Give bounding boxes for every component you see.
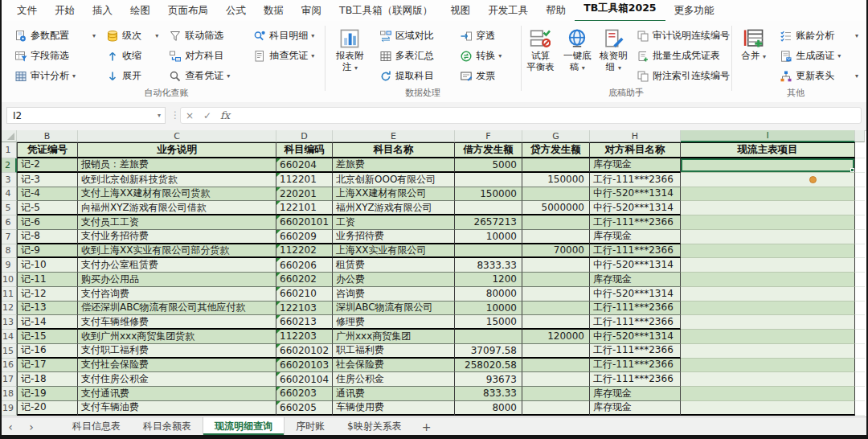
ribbon-button-生成函证[interactable]: 生成函证▾ — [778, 46, 860, 66]
cell-G6[interactable] — [522, 215, 590, 230]
cell-G2[interactable] — [522, 158, 590, 173]
menu-tab-7[interactable]: 数据 — [255, 0, 293, 21]
add-sheet-button[interactable]: + — [413, 417, 440, 436]
column-title-D[interactable]: 科目编码 — [276, 142, 333, 158]
cell-H12[interactable]: 工行-111***2366 — [590, 302, 681, 316]
row-header-4[interactable]: 4 — [0, 187, 17, 202]
cell-I15[interactable] — [681, 344, 855, 359]
cell-B7[interactable]: 记-8 — [17, 230, 78, 244]
ribbon-button-多表汇总[interactable]: 多表汇总 — [378, 46, 452, 66]
col-header-C[interactable]: C — [78, 130, 276, 142]
cell-F9[interactable]: 8333.33 — [455, 258, 522, 273]
cell-C17[interactable]: 支付住房公积金 — [78, 372, 276, 387]
cell-D7[interactable]: 660209 — [276, 230, 333, 244]
menu-tab-10[interactable]: 视图 — [441, 0, 479, 21]
cell-F16[interactable]: 258020.58 — [455, 359, 522, 373]
cell-E6[interactable]: 工资 — [333, 215, 455, 230]
cell-C7[interactable]: 支付业务招待费 — [78, 230, 276, 244]
row-header-17[interactable]: 17 — [0, 372, 17, 387]
menu-tab-14[interactable]: 更多功能 — [665, 0, 723, 21]
cell-B13[interactable]: 记-14 — [17, 315, 78, 330]
cell-I13[interactable] — [681, 315, 855, 330]
col-header-H[interactable]: H — [590, 130, 681, 142]
cell-G4[interactable] — [522, 187, 590, 202]
cell-D13[interactable]: 660213 — [276, 315, 333, 330]
sheet-tab-现流明细查询[interactable]: 现流明细查询 — [203, 417, 285, 436]
cell-I14[interactable] — [681, 330, 855, 344]
cell-B12[interactable]: 记-13 — [17, 302, 78, 316]
cell-D9[interactable]: 660206 — [276, 258, 333, 273]
row-header-3[interactable]: 3 — [0, 173, 17, 187]
cell-C19[interactable]: 支付车辆油费 — [78, 401, 276, 416]
cell-D8[interactable]: 112202 — [276, 244, 333, 259]
cancel-icon[interactable]: × — [181, 110, 199, 121]
row-header-7[interactable]: 7 — [0, 230, 17, 244]
menu-tab-6[interactable]: 公式 — [217, 0, 255, 21]
cell-I2[interactable]: ▾ — [681, 158, 855, 173]
sheet-tab-序时账[interactable]: 序时账 — [285, 417, 336, 436]
cell-B16[interactable]: 记-17 — [17, 359, 78, 373]
cell-G13[interactable] — [522, 315, 590, 330]
cell-E16[interactable]: 社会保险费 — [333, 359, 455, 373]
cell-E14[interactable]: 广州xxx商贸集团 — [333, 330, 455, 344]
row-header-12[interactable]: 12 — [0, 302, 17, 316]
sheet-tab-科目余额表[interactable]: 科目余额表 — [132, 417, 203, 436]
ribbon-button-抽查凭证[interactable]: 抽查凭证▾ — [252, 46, 325, 66]
cell-B6[interactable]: 记-6 — [17, 215, 78, 230]
cell-H13[interactable]: 工行-111***2366 — [590, 315, 681, 330]
cell-I17[interactable] — [681, 372, 855, 387]
cell-C6[interactable]: 支付员工工资 — [78, 215, 276, 230]
cell-I16[interactable] — [681, 359, 855, 373]
ribbon-button-收缩[interactable]: 收缩 — [104, 46, 160, 66]
cell-E5[interactable]: 福州XYZ游戏有限公司 — [333, 201, 455, 215]
row-header-1[interactable]: 1 — [0, 142, 17, 158]
cell-C12[interactable]: 偿还深圳ABC物流有限公司其他应付款 — [78, 302, 276, 316]
cell-I19[interactable] — [681, 401, 855, 416]
row-header-5[interactable]: 5 — [0, 201, 17, 215]
ribbon-button-展开[interactable]: 展开 — [104, 66, 160, 86]
cell-D10[interactable]: 660202 — [276, 273, 333, 287]
menu-tab-8[interactable]: 审阅 — [293, 0, 330, 21]
cell-H7[interactable]: 库存现金 — [590, 230, 681, 244]
enter-icon[interactable]: ✓ — [199, 110, 216, 121]
row-header-6[interactable]: 6 — [0, 215, 17, 230]
cell-E2[interactable]: 差旅费 — [333, 158, 455, 173]
ribbon-button-发票[interactable]: 发票 — [458, 66, 521, 86]
cell-F7[interactable]: 10000 — [455, 230, 522, 244]
cell-B10[interactable]: 记-11 — [17, 273, 78, 287]
cell-C13[interactable]: 支付车辆维修费 — [78, 315, 276, 330]
cell-F11[interactable]: 80000 — [455, 287, 522, 302]
sheet-nav-next-icon[interactable]: › — [21, 417, 42, 436]
ribbon-button-提取科目[interactable]: 提取科目 — [378, 66, 452, 86]
cell-D16[interactable]: 66020103 — [276, 359, 333, 373]
cell-B18[interactable]: 记-19 — [17, 387, 78, 401]
select-all-corner[interactable] — [0, 130, 17, 142]
row-header-14[interactable]: 14 — [0, 330, 17, 344]
cell-H2[interactable]: 库存现金 — [590, 158, 681, 173]
cell-H18[interactable]: 库存现金 — [590, 387, 681, 401]
menu-tab-3[interactable]: 插入 — [84, 0, 121, 21]
cell-B14[interactable]: 记-15 — [17, 330, 78, 344]
cell-E9[interactable]: 租赁费 — [333, 258, 455, 273]
cell-G14[interactable]: 120000 — [522, 330, 590, 344]
row-header-2[interactable]: 2 — [0, 158, 17, 173]
cell-I18[interactable] — [681, 387, 855, 401]
cell-I8[interactable] — [681, 244, 855, 259]
cell-E3[interactable]: 北京创新OOO有限公司 — [333, 173, 455, 187]
menu-tab-12[interactable]: 帮助 — [537, 0, 575, 21]
name-box-chevron-icon[interactable]: ▾ — [158, 113, 161, 119]
ribbon-button-批量生成凭证表[interactable]: 批量生成凭证表 — [635, 46, 731, 66]
cell-G11[interactable] — [522, 287, 590, 302]
column-title-I[interactable]: 现流主表项目 — [681, 142, 855, 158]
col-header-G[interactable]: G — [522, 130, 590, 142]
cell-I10[interactable] — [681, 273, 855, 287]
cell-F12[interactable]: 10000 — [455, 302, 522, 316]
ribbon-button-附注索引连续编号[interactable]: 附注索引连续编号 — [635, 66, 731, 86]
col-header-B[interactable]: B — [17, 130, 78, 142]
cell-F10[interactable]: 1200 — [455, 273, 522, 287]
row-header-16[interactable]: 16 — [0, 359, 17, 373]
menu-tab-5[interactable]: 页面布局 — [159, 0, 217, 21]
cell-G18[interactable] — [522, 387, 590, 401]
cell-H16[interactable]: 工行-111***2366 — [590, 359, 681, 373]
cell-dropdown-button[interactable]: ▾ — [854, 158, 855, 173]
